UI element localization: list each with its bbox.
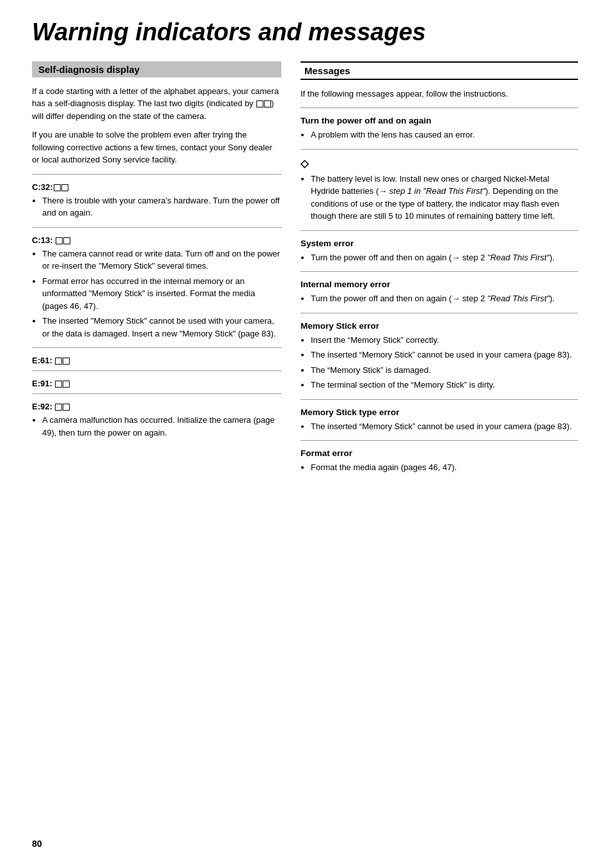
left-column: Self-diagnosis display If a code startin… [32, 61, 281, 443]
page-number: 80 [32, 839, 42, 849]
code-c13-bullets: The camera cannot read or write data. Tu… [32, 248, 281, 340]
code-c13-label: C:13: [32, 235, 281, 245]
msg-battery: ◇ The battery level is low. Install new … [301, 157, 578, 223]
msg-turn-power: Turn the power off and on again A proble… [301, 116, 578, 141]
msg-memory-stick-error-title: Memory Stick error [301, 321, 578, 331]
code-e61-label: E:61: [32, 356, 281, 365]
msg-system-error: System error Turn the power off and then… [301, 239, 578, 264]
list-item: A camera malfunction has occurred. Initi… [42, 414, 281, 439]
msg-format-error-bullets: Format the media again (pages 46, 47). [301, 461, 578, 474]
list-item: Format the media again (pages 46, 47). [311, 461, 578, 474]
msg-memory-stick-error-bullets: Insert the “Memory Stick” correctly. The… [301, 334, 578, 391]
msg-internal-memory-error: Internal memory error Turn the power off… [301, 280, 578, 305]
list-item: Turn the power off and then on again (→ … [311, 292, 578, 305]
code-e91: E:91: [32, 379, 281, 388]
msg-memory-stick-type-error: Memory Stick type error The inserted “Me… [301, 407, 578, 433]
msg-turn-power-bullets: A problem with the lens has caused an er… [301, 129, 578, 141]
code-c32-label: C:32: [32, 182, 281, 192]
list-item: The inserted “Memory Stick” cannot be us… [311, 349, 578, 361]
code-c32-bullets: There is trouble with your camera's hard… [32, 194, 281, 219]
list-item: The inserted "Memory Stick" cannot be us… [42, 315, 281, 340]
list-item: The “Memory Stick” is damaged. [311, 364, 578, 377]
list-item: Insert the “Memory Stick” correctly. [311, 334, 578, 347]
messages-header: Messages [301, 61, 578, 80]
self-diagnosis-intro2: If you are unable to solve the problem e… [32, 129, 281, 166]
right-column: Messages If the following messages appea… [301, 61, 578, 477]
list-item: The camera cannot read or write data. Tu… [42, 248, 281, 272]
self-diagnosis-intro1: If a code starting with a letter of the … [32, 85, 281, 123]
msg-internal-memory-error-title: Internal memory error [301, 280, 578, 289]
code-e91-label: E:91: [32, 379, 281, 388]
list-item: The battery level is low. Install new on… [311, 173, 578, 223]
list-item: There is trouble with your camera's hard… [42, 194, 281, 219]
code-e92: E:92: A camera malfunction has occurred.… [32, 402, 281, 439]
msg-system-error-title: System error [301, 239, 578, 248]
msg-memory-stick-type-error-bullets: The inserted “Memory Stick” cannot be us… [301, 420, 578, 433]
self-diagnosis-header: Self-diagnosis display [32, 61, 281, 77]
list-item: A problem with the lens has caused an er… [311, 129, 578, 141]
msg-battery-bullets: The battery level is low. Install new on… [301, 173, 578, 223]
msg-memory-stick-type-error-title: Memory Stick type error [301, 407, 578, 417]
msg-format-error: Format error Format the media again (pag… [301, 448, 578, 474]
list-item: The inserted “Memory Stick” cannot be us… [311, 420, 578, 433]
code-e92-label: E:92: [32, 402, 281, 411]
msg-internal-memory-error-bullets: Turn the power off and then on again (→ … [301, 292, 578, 305]
msg-memory-stick-error: Memory Stick error Insert the “Memory St… [301, 321, 578, 391]
page-title: Warning indicators and messages [32, 19, 578, 46]
code-e92-bullets: A camera malfunction has occurred. Initi… [32, 414, 281, 439]
list-item: The terminal section of the “Memory Stic… [311, 379, 578, 391]
msg-format-error-title: Format error [301, 448, 578, 458]
code-c32: C:32: There is trouble with your camera'… [32, 182, 281, 219]
code-e61: E:61: [32, 356, 281, 365]
messages-intro: If the following messages appear, follow… [301, 88, 578, 100]
msg-system-error-bullets: Turn the power off and then on again (→ … [301, 251, 578, 264]
msg-battery-icon: ◇ [301, 157, 578, 170]
msg-turn-power-title: Turn the power off and on again [301, 116, 578, 125]
list-item: Turn the power off and then on again (→ … [311, 251, 578, 264]
code-c13: C:13: The camera cannot read or write da… [32, 235, 281, 340]
list-item: Format error has occurred in the interna… [42, 275, 281, 313]
